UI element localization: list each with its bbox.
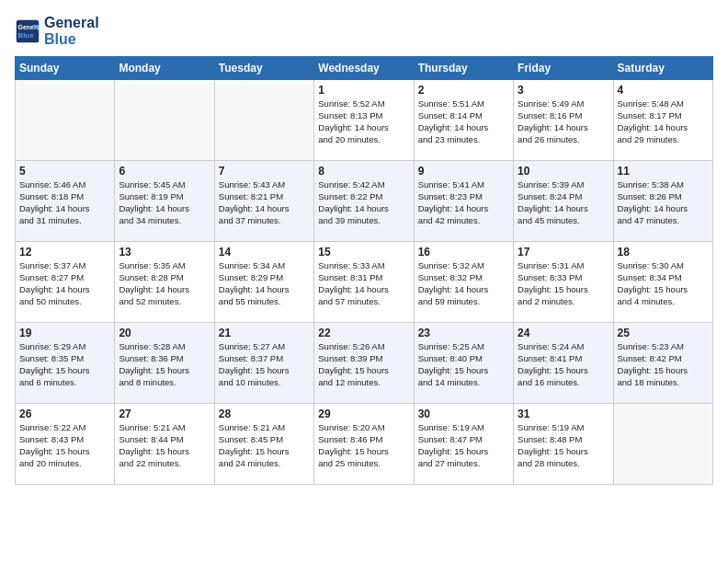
cell-detail: Daylight: 15 hours (518, 284, 609, 296)
day-header-sunday: Sunday (16, 57, 115, 80)
cell-detail: Sunrise: 5:28 AM (119, 341, 210, 353)
cell-detail: Daylight: 15 hours (618, 284, 709, 296)
cell-detail: Sunset: 8:39 PM (318, 353, 409, 365)
cell-detail: Sunset: 8:44 PM (119, 434, 210, 446)
calendar-cell: 9Sunrise: 5:41 AMSunset: 8:23 PMDaylight… (414, 161, 513, 242)
cell-detail: Daylight: 15 hours (119, 446, 210, 458)
day-number: 31 (518, 408, 609, 420)
cell-detail: Sunrise: 5:37 AM (19, 260, 110, 272)
cell-detail: Sunrise: 5:23 AM (618, 341, 709, 353)
calendar-cell: 3Sunrise: 5:49 AMSunset: 8:16 PMDaylight… (514, 80, 613, 161)
day-number: 9 (418, 165, 509, 178)
cell-detail: Sunset: 8:13 PM (318, 110, 409, 122)
cell-detail: Daylight: 15 hours (119, 365, 210, 377)
day-number: 29 (318, 408, 409, 420)
cell-detail: Sunrise: 5:46 AM (19, 179, 110, 191)
calendar-cell: 30Sunrise: 5:19 AMSunset: 8:47 PMDayligh… (414, 404, 513, 485)
cell-detail: Sunset: 8:21 PM (219, 191, 310, 203)
day-number: 20 (119, 327, 210, 339)
cell-detail: Sunrise: 5:22 AM (19, 422, 110, 434)
calendar-week-row: 1Sunrise: 5:52 AMSunset: 8:13 PMDaylight… (16, 80, 713, 161)
cell-detail: Sunrise: 5:49 AM (518, 98, 609, 110)
cell-detail: Sunset: 8:23 PM (418, 191, 509, 203)
cell-detail: Sunrise: 5:19 AM (418, 422, 509, 434)
cell-detail: Sunset: 8:40 PM (418, 353, 509, 365)
day-number: 16 (418, 246, 509, 259)
cell-detail: and 42 minutes. (418, 215, 509, 227)
day-number: 3 (518, 84, 609, 97)
cell-detail: Daylight: 14 hours (219, 284, 310, 296)
day-number: 5 (19, 165, 110, 178)
calendar-cell: 11Sunrise: 5:38 AMSunset: 8:26 PMDayligh… (613, 161, 712, 242)
cell-detail: and 20 minutes. (19, 458, 110, 470)
cell-detail: Daylight: 14 hours (518, 203, 609, 215)
cell-detail: Sunset: 8:32 PM (418, 272, 509, 284)
cell-detail: and 34 minutes. (119, 215, 210, 227)
cell-detail: Daylight: 14 hours (618, 122, 709, 134)
cell-detail: and 59 minutes. (418, 296, 509, 308)
cell-detail: and 29 minutes. (618, 134, 709, 146)
cell-detail: Daylight: 14 hours (219, 203, 310, 215)
cell-detail: Daylight: 15 hours (318, 365, 409, 377)
day-number: 27 (119, 408, 210, 420)
day-header-friday: Friday (514, 57, 613, 80)
cell-detail: and 23 minutes. (418, 134, 509, 146)
calendar-cell: 27Sunrise: 5:21 AMSunset: 8:44 PMDayligh… (115, 404, 214, 485)
day-header-thursday: Thursday (414, 57, 513, 80)
cell-detail: and 57 minutes. (318, 296, 409, 308)
logo: General Blue General Blue (15, 15, 99, 47)
calendar-cell: 21Sunrise: 5:27 AMSunset: 8:37 PMDayligh… (214, 323, 313, 404)
cell-detail: and 37 minutes. (219, 215, 310, 227)
day-number: 13 (119, 246, 210, 259)
day-number: 26 (19, 408, 110, 420)
cell-detail: Sunset: 8:29 PM (219, 272, 310, 284)
day-number: 24 (518, 327, 609, 339)
cell-detail: Sunrise: 5:20 AM (318, 422, 409, 434)
cell-detail: Sunset: 8:24 PM (518, 191, 609, 203)
calendar-week-row: 5Sunrise: 5:46 AMSunset: 8:18 PMDaylight… (16, 161, 713, 242)
calendar-cell (115, 80, 214, 161)
day-number: 1 (318, 84, 409, 97)
calendar-cell: 20Sunrise: 5:28 AMSunset: 8:36 PMDayligh… (115, 323, 214, 404)
calendar-cell: 2Sunrise: 5:51 AMSunset: 8:14 PMDaylight… (414, 80, 513, 161)
cell-detail: and 31 minutes. (19, 215, 110, 227)
day-number: 25 (618, 327, 709, 339)
cell-detail: Sunrise: 5:38 AM (618, 179, 709, 191)
cell-detail: and 26 minutes. (518, 134, 609, 146)
cell-detail: and 6 minutes. (19, 377, 110, 389)
day-number: 30 (418, 408, 509, 420)
cell-detail: Daylight: 15 hours (219, 446, 310, 458)
cell-detail: Daylight: 15 hours (19, 446, 110, 458)
calendar-cell: 7Sunrise: 5:43 AMSunset: 8:21 PMDaylight… (214, 161, 313, 242)
cell-detail: Sunrise: 5:24 AM (518, 341, 609, 353)
day-number: 8 (318, 165, 409, 178)
day-number: 23 (418, 327, 509, 339)
cell-detail: Daylight: 15 hours (19, 365, 110, 377)
calendar-table: SundayMondayTuesdayWednesdayThursdayFrid… (15, 56, 713, 485)
calendar-cell: 24Sunrise: 5:24 AMSunset: 8:41 PMDayligh… (514, 323, 613, 404)
calendar-cell (214, 80, 313, 161)
calendar-cell: 31Sunrise: 5:19 AMSunset: 8:48 PMDayligh… (514, 404, 613, 485)
day-header-saturday: Saturday (613, 57, 712, 80)
svg-text:Blue: Blue (18, 31, 35, 40)
cell-detail: Sunset: 8:18 PM (19, 191, 110, 203)
cell-detail: Sunset: 8:14 PM (418, 110, 509, 122)
day-number: 6 (119, 165, 210, 178)
cell-detail: Daylight: 15 hours (219, 365, 310, 377)
calendar-cell: 26Sunrise: 5:22 AMSunset: 8:43 PMDayligh… (16, 404, 115, 485)
cell-detail: Sunset: 8:42 PM (618, 353, 709, 365)
calendar-cell: 8Sunrise: 5:42 AMSunset: 8:22 PMDaylight… (314, 161, 414, 242)
cell-detail: Daylight: 14 hours (418, 203, 509, 215)
cell-detail: and 22 minutes. (119, 458, 210, 470)
cell-detail: Daylight: 14 hours (318, 284, 409, 296)
cell-detail: Sunrise: 5:26 AM (318, 341, 409, 353)
cell-detail: Daylight: 14 hours (518, 122, 609, 134)
calendar-cell: 19Sunrise: 5:29 AMSunset: 8:35 PMDayligh… (16, 323, 115, 404)
calendar-cell: 28Sunrise: 5:21 AMSunset: 8:45 PMDayligh… (214, 404, 313, 485)
calendar-cell: 1Sunrise: 5:52 AMSunset: 8:13 PMDaylight… (314, 80, 414, 161)
day-number: 14 (219, 246, 310, 259)
day-number: 10 (518, 165, 609, 178)
cell-detail: Sunrise: 5:21 AM (219, 422, 310, 434)
calendar-cell: 22Sunrise: 5:26 AMSunset: 8:39 PMDayligh… (314, 323, 414, 404)
cell-detail: Sunset: 8:31 PM (318, 272, 409, 284)
